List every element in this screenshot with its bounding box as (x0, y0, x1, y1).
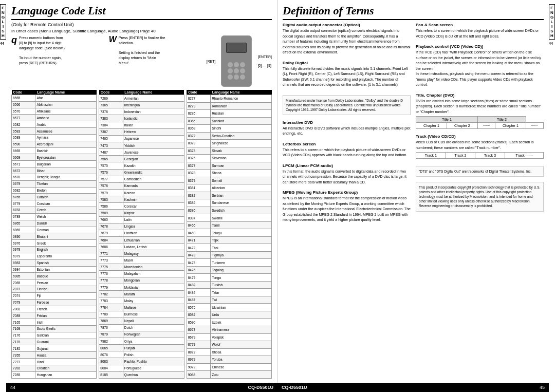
table3-body: 8277Rhaeto-Romance8279Romanian8285Russia… (187, 95, 271, 379)
remote-buttons (228, 62, 245, 80)
dolby-text: This fully discrete format divides the m… (283, 66, 411, 88)
table-cell: 8368 (187, 125, 210, 133)
table-cell: Bihari (35, 167, 97, 174)
table-row: 7178Guarani (12, 339, 97, 345)
enter-label: [ENTER] (257, 55, 272, 59)
table-row: 6583Assamese (12, 128, 97, 135)
table-cell: 7082 (12, 306, 35, 312)
table2-col-code: Code (99, 90, 123, 95)
table-cell: Turkmen (211, 259, 272, 267)
table-row: 8279Romanian (187, 102, 271, 110)
table-row: 7473Yiddish (99, 142, 184, 148)
table-cell: 6590 (12, 141, 35, 147)
table-row: 7876Dutch (99, 324, 184, 331)
table-cell: English (35, 247, 97, 253)
table-row: 8373Singhalese (187, 140, 271, 147)
table-cell: 9072 (187, 363, 210, 371)
table-cell: Malayalam (123, 270, 184, 277)
right-footer-model: CQ-D5501U (282, 385, 307, 390)
mpeg-section: MPEG (Moving Picture Experts Group) MPEG… (283, 190, 411, 223)
table-cell: 6583 (12, 128, 35, 135)
table-cell: Tigrinya (211, 251, 272, 259)
table-cell: 7577 (99, 176, 123, 182)
table-cell: 7378 (99, 108, 123, 115)
chapter1-cell: Chapter 1 (416, 123, 447, 129)
table-row: 7273Hindi (12, 359, 97, 365)
table-cell: Hebrew (123, 128, 184, 135)
table-cell: 7586 (99, 203, 123, 210)
table-cell: 6890 (12, 233, 35, 240)
table-cell: 8386 (187, 207, 210, 214)
table-cell: 7576 (99, 169, 123, 176)
rside-char-n: N (549, 10, 555, 15)
table-row: 7074Fiji (12, 292, 97, 299)
table-cell: Aymara (35, 134, 97, 141)
table-cell: 8872 (187, 348, 210, 356)
language-table-2: Code Language Name 7289Armenian7365Inter… (99, 90, 184, 379)
table-cell: 9085 (187, 371, 210, 379)
table-cell: 8471 (187, 236, 210, 244)
table-cell: 8582 (187, 311, 210, 319)
side-char-n: N (0, 10, 6, 15)
table-cell: 7285 (12, 371, 35, 378)
table-cell: Macedonian (123, 264, 184, 270)
table-cell: Czech (35, 207, 97, 214)
table-cell: Malay (123, 297, 184, 304)
table-cell: 7185 (12, 345, 35, 352)
table-cell: 7982 (99, 338, 123, 345)
table-cell: 8779 (187, 341, 210, 349)
chapter1b-cell: Chapter 1 (495, 123, 526, 129)
table-cell: Maori (123, 257, 184, 264)
table-row: 8076Polish (99, 351, 184, 358)
table-cell: Russian (211, 110, 272, 118)
table-row: 8465Tamil (187, 221, 271, 229)
table-cell: German (35, 227, 97, 233)
table-row: 8372Serbo-Croatian (187, 132, 271, 140)
table-cell: 6565 (12, 95, 35, 102)
table-row: 8673Vietnamese (187, 326, 271, 333)
table-cell: 8385 (187, 199, 210, 207)
table-row: 7168Scots Gaelic (12, 325, 97, 332)
table-cell: Shona (211, 170, 272, 177)
table-row: 7165Irish (12, 319, 97, 326)
right-page-title: Definition of Terms (283, 4, 544, 20)
table-row: 7575Kazakh (99, 162, 184, 169)
table-cell: Sindhi (211, 125, 272, 133)
table-cell: 7583 (99, 196, 123, 203)
table-cell: Croatian (35, 365, 97, 371)
table-cell: 8673 (187, 326, 210, 333)
side-char-l: L (0, 20, 6, 24)
table-row: 7678Lingala (99, 223, 184, 230)
table-cell: 7289 (99, 95, 123, 102)
table-cell: Wolof (211, 341, 272, 349)
table-cell: 7273 (12, 359, 35, 365)
table-cell: Arabic (35, 121, 97, 128)
step-w-block: W Press [ENTER] to finalize theselection… (109, 35, 196, 66)
table-cell: Kashmiri (123, 196, 184, 203)
table-cell: 6671 (12, 161, 35, 167)
title1-header: Title 1 (416, 117, 478, 123)
table-cell: 6979 (12, 253, 35, 259)
table-cell: 7079 (12, 299, 35, 306)
table-cell: Zulu (211, 371, 272, 379)
table-cell: Lithuanian (123, 236, 184, 243)
table-cell: 7775 (99, 264, 123, 270)
table-cell: Uzbek (211, 319, 272, 326)
table-cell: 7665 (99, 216, 123, 223)
interactive-dvd-text: An interactive DVD is DVD software which… (283, 126, 411, 137)
table-cell: 6669 (12, 154, 35, 161)
table-row: 8185Quechua (99, 371, 184, 378)
table-cell: 8590 (187, 319, 210, 326)
table-row: 6783Czech (12, 207, 97, 214)
table-row: 8386Swedish (187, 207, 271, 214)
left-footer-model: CQ-D5501U (248, 385, 273, 390)
left-footer-pagenum: 44 (10, 385, 15, 390)
table-cell: 7384 (99, 122, 123, 128)
table-row: 6682Breton (12, 187, 97, 194)
right-side-labels: E N G L I S H 44 (549, 0, 555, 383)
table-row: 9072Chinese (187, 363, 271, 371)
table-row: 7583Kashmiri (99, 196, 184, 203)
table-row: 7589Kirghiz (99, 210, 184, 216)
table-cell: 8387 (187, 214, 210, 222)
table-row: 6566Abkhazian (12, 101, 97, 108)
